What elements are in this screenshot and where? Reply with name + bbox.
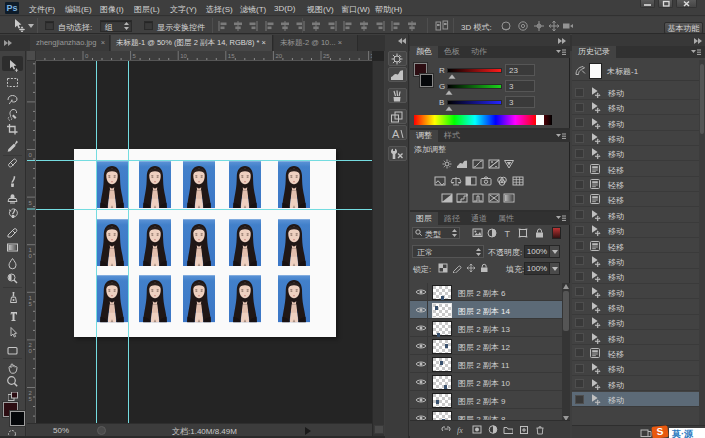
svg-text:30: 30 — [371, 53, 372, 59]
svg-text:5: 5 — [29, 396, 33, 402]
svg-text:5: 5 — [29, 200, 33, 206]
svg-text:10: 10 — [180, 53, 187, 59]
svg-text:0: 0 — [29, 253, 33, 259]
svg-text:25: 25 — [323, 53, 330, 59]
svg-text:0: 0 — [29, 348, 33, 354]
svg-text:5: 5 — [29, 301, 33, 307]
svg-text:0: 0 — [85, 53, 89, 59]
svg-text:0: 0 — [29, 152, 33, 158]
svg-text:5: 5 — [133, 53, 137, 59]
svg-text:T: T — [505, 229, 511, 239]
svg-text:15: 15 — [228, 53, 235, 59]
svg-text:A: A — [392, 128, 400, 140]
svg-text:20: 20 — [275, 53, 282, 59]
svg-text:fx: fx — [457, 426, 463, 435]
